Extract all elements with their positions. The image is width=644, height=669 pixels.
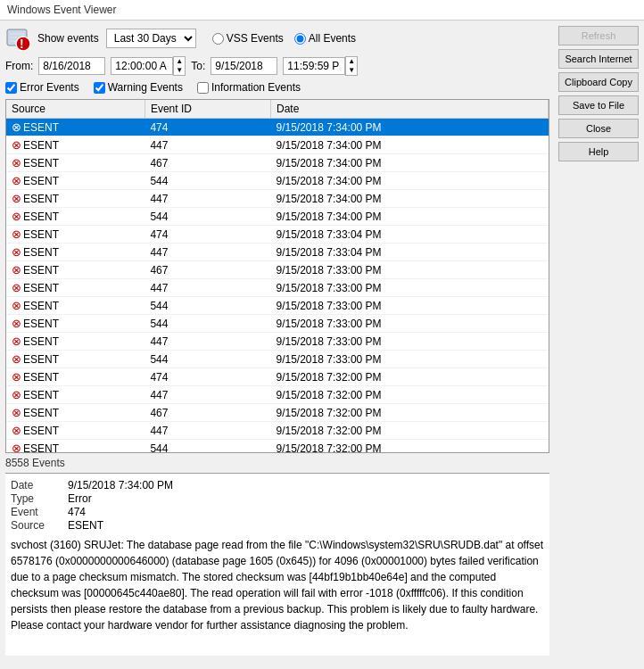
table-row[interactable]: ⊗ESENT4479/15/2018 7:33:00 PM (6, 279, 549, 297)
table-row[interactable]: ⊗ESENT4749/15/2018 7:33:04 PM (6, 226, 549, 244)
error-events-label[interactable]: Error Events (5, 81, 79, 94)
table-row[interactable]: ⊗ESENT4479/15/2018 7:34:00 PM (6, 190, 549, 208)
table-row[interactable]: ⊗ESENT5449/15/2018 7:33:00 PM (6, 315, 549, 333)
all-events-radio[interactable] (294, 33, 306, 45)
cell-date: 9/15/2018 7:33:00 PM (271, 297, 549, 315)
detail-source-value: ESENT (68, 519, 544, 532)
col-eventid: Event ID (144, 100, 270, 119)
cell-source: ⊗ESENT (6, 368, 144, 386)
cell-source: ⊗ESENT (6, 172, 144, 190)
cell-eventid: 544 (144, 208, 270, 226)
from-date-input[interactable] (38, 57, 105, 75)
table-row[interactable]: ⊗ESENT4679/15/2018 7:34:00 PM (6, 154, 549, 172)
svg-rect-1 (10, 33, 24, 35)
cell-eventid: 544 (144, 440, 270, 454)
to-time-up[interactable]: ▲ (346, 57, 357, 66)
to-date-input[interactable] (211, 57, 277, 75)
table-row[interactable]: ⊗ESENT5449/15/2018 7:33:00 PM (6, 297, 549, 315)
from-label: From: (5, 60, 33, 72)
table-row[interactable]: ⊗ESENT5449/15/2018 7:32:00 PM (6, 440, 549, 454)
refresh-button[interactable]: Refresh (558, 26, 639, 45)
from-time-input[interactable] (111, 57, 173, 75)
cell-eventid: 447 (144, 386, 270, 404)
save-to-file-button[interactable]: Save to File (558, 95, 639, 115)
table-row[interactable]: ⊗ESENT4679/15/2018 7:32:00 PM (6, 404, 549, 422)
to-time-input[interactable] (283, 57, 345, 75)
error-circle-icon: ⊗ (12, 424, 21, 437)
show-events-label: Show events (37, 32, 99, 45)
to-time-group: ▲ ▼ (283, 56, 358, 76)
error-circle-icon: ⊗ (12, 370, 21, 384)
table-row[interactable]: ⊗ESENT4479/15/2018 7:33:00 PM (6, 333, 549, 351)
all-events-label: All Events (309, 32, 356, 45)
event-table-container[interactable]: Source Event ID Date ⊗ESENT4749/15/2018 … (5, 99, 549, 453)
table-row[interactable]: ⊗ESENT4479/15/2018 7:34:00 PM (6, 136, 549, 154)
from-time-down[interactable]: ▼ (174, 66, 185, 75)
cell-date: 9/15/2018 7:33:00 PM (271, 351, 549, 368)
table-row[interactable]: ⊗ESENT4749/15/2018 7:34:00 PM (6, 119, 549, 136)
cell-date: 9/15/2018 7:33:00 PM (271, 333, 549, 351)
vss-events-radio-label[interactable]: VSS Events (212, 32, 284, 45)
warning-events-label[interactable]: Warning Events (94, 81, 183, 94)
cell-date: 9/15/2018 7:34:00 PM (271, 154, 549, 172)
table-row[interactable]: ⊗ESENT5449/15/2018 7:33:00 PM (6, 351, 549, 368)
cell-date: 9/15/2018 7:32:00 PM (271, 404, 549, 422)
cell-eventid: 544 (144, 351, 270, 368)
period-select[interactable]: Last 30 Days Last 7 Days Last Day Custom (106, 29, 196, 48)
table-row[interactable]: ⊗ESENT5449/15/2018 7:34:00 PM (6, 172, 549, 190)
col-date: Date (271, 100, 549, 119)
vss-events-radio[interactable] (212, 33, 224, 45)
event-count: 8558 Events (5, 457, 549, 469)
error-circle-icon: ⊗ (12, 192, 21, 205)
cell-source: ⊗ESENT (6, 422, 144, 440)
cell-source: ⊗ESENT (6, 261, 144, 279)
error-circle-icon: ⊗ (12, 210, 21, 223)
cell-source: ⊗ESENT (6, 315, 144, 333)
table-row[interactable]: ⊗ESENT4479/15/2018 7:32:00 PM (6, 422, 549, 440)
table-row[interactable]: ⊗ESENT4479/15/2018 7:32:00 PM (6, 386, 549, 404)
col-source: Source (6, 100, 144, 119)
detail-source-label: Source (11, 519, 64, 532)
detail-event-label: Event (11, 506, 64, 518)
table-row[interactable]: ⊗ESENT5449/15/2018 7:34:00 PM (6, 208, 549, 226)
clipboard-copy-button[interactable]: Clipboard Copy (558, 72, 639, 92)
to-label: To: (191, 60, 205, 72)
from-time-spinner[interactable]: ▲ ▼ (173, 56, 186, 76)
cell-eventid: 467 (144, 261, 270, 279)
event-count-label: 8558 Events (5, 457, 65, 469)
cell-source: ⊗ESENT (6, 440, 144, 454)
all-events-radio-label[interactable]: All Events (294, 32, 356, 45)
warning-events-text: Warning Events (108, 81, 183, 94)
close-button[interactable]: Close (558, 119, 639, 138)
cell-source: ⊗ESENT (6, 190, 144, 208)
error-events-checkbox[interactable] (5, 82, 17, 94)
detail-type-value: Error (68, 492, 544, 505)
table-row[interactable]: ⊗ESENT4749/15/2018 7:32:00 PM (6, 368, 549, 386)
cell-source: ⊗ESENT (6, 279, 144, 297)
cell-eventid: 544 (144, 172, 270, 190)
help-button[interactable]: Help (558, 142, 639, 161)
from-time-up[interactable]: ▲ (174, 57, 185, 66)
detail-date-value: 9/15/2018 7:34:00 PM (68, 479, 544, 491)
cell-date: 9/15/2018 7:33:00 PM (271, 261, 549, 279)
information-events-label[interactable]: Information Events (197, 81, 301, 94)
cell-eventid: 474 (144, 226, 270, 244)
warning-events-checkbox[interactable] (94, 82, 105, 94)
detail-panel: Date 9/15/2018 7:34:00 PM Type Error Eve… (5, 473, 549, 656)
table-row[interactable]: ⊗ESENT4479/15/2018 7:33:04 PM (6, 244, 549, 261)
information-events-checkbox[interactable] (197, 82, 209, 94)
error-circle-icon: ⊗ (12, 263, 21, 277)
to-time-spinner[interactable]: ▲ ▼ (345, 56, 358, 76)
to-time-down[interactable]: ▼ (346, 66, 357, 75)
table-row[interactable]: ⊗ESENT4679/15/2018 7:33:00 PM (6, 261, 549, 279)
svg-text:!: ! (20, 37, 24, 51)
toolbar: ! Show events Last 30 Days Last 7 Days L… (5, 26, 549, 51)
cell-eventid: 474 (144, 119, 270, 136)
cell-eventid: 447 (144, 136, 270, 154)
search-internet-button[interactable]: Search Internet (558, 49, 639, 69)
error-circle-icon: ⊗ (12, 352, 21, 366)
cell-date: 9/15/2018 7:34:00 PM (271, 208, 549, 226)
cell-date: 9/15/2018 7:33:00 PM (271, 315, 549, 333)
cell-source: ⊗ESENT (6, 297, 144, 315)
error-circle-icon: ⊗ (12, 317, 21, 330)
